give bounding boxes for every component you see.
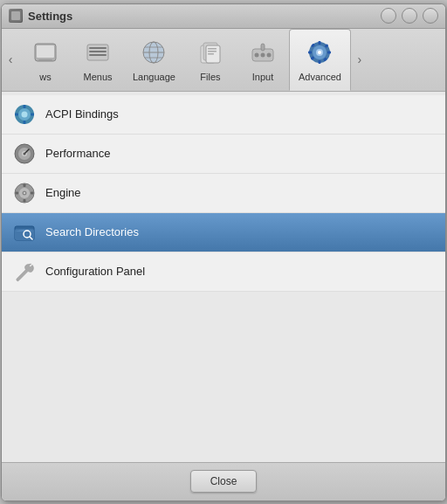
close-button[interactable]: Close — [190, 470, 258, 493]
svg-rect-1 — [11, 11, 20, 20]
list-item-performance[interactable]: Performance — [2, 135, 445, 174]
svg-point-22 — [260, 53, 265, 58]
tab-language-label: Language — [133, 72, 175, 82]
nav-right-button[interactable]: › — [351, 29, 368, 91]
list-item-engine-label: Engine — [45, 186, 80, 199]
svg-rect-32 — [327, 52, 331, 54]
tab-files[interactable]: Files — [184, 29, 237, 91]
window-controls — [381, 8, 438, 24]
svg-rect-53 — [16, 191, 19, 194]
close-window-button[interactable] — [423, 8, 438, 24]
advanced-icon — [304, 37, 335, 68]
acpi-icon — [12, 102, 37, 127]
list-item-config-panel[interactable]: Configuration Panel — [2, 252, 445, 292]
search-dir-icon — [12, 220, 37, 245]
list-item-engine[interactable]: Engine — [2, 174, 445, 213]
list-item-search-dirs-label: Search Directories — [45, 225, 139, 238]
tab-ws[interactable]: ws — [19, 29, 72, 91]
svg-rect-31 — [308, 52, 312, 54]
tab-language[interactable]: Language — [124, 29, 184, 91]
list-item-config-panel-label: Configuration Panel — [45, 265, 145, 278]
toolbar: ‹ ws Menus — [2, 29, 445, 92]
svg-point-39 — [22, 111, 28, 117]
list-item-acpi[interactable]: ACPI Bindings — [2, 95, 445, 135]
window-title: Settings — [28, 10, 381, 23]
ws-icon — [30, 37, 61, 68]
svg-rect-18 — [208, 51, 217, 52]
tab-ws-label: ws — [39, 72, 51, 82]
maximize-button[interactable] — [402, 8, 417, 24]
svg-rect-52 — [24, 199, 26, 203]
list-item-acpi-label: ACPI Bindings — [45, 107, 119, 121]
svg-rect-54 — [31, 191, 34, 194]
svg-rect-4 — [38, 59, 52, 61]
engine-icon — [12, 181, 37, 205]
svg-rect-6 — [89, 47, 107, 49]
tab-menus-label: Menus — [83, 72, 112, 82]
list-item-performance-label: Performance — [45, 147, 110, 160]
svg-rect-42 — [15, 113, 18, 115]
svg-rect-17 — [208, 48, 217, 50]
list-item-search-dirs[interactable]: Search Directories — [2, 213, 445, 252]
nav-left-button[interactable]: ‹ — [2, 29, 19, 91]
tab-advanced-label: Advanced — [299, 72, 341, 82]
svg-rect-41 — [24, 121, 26, 124]
svg-rect-43 — [31, 113, 34, 115]
svg-rect-7 — [89, 51, 107, 52]
tab-input-label: Input — [252, 72, 273, 82]
content-area: ACPI Bindings Performance — [2, 92, 445, 462]
svg-point-23 — [266, 53, 271, 58]
tab-input[interactable]: Input — [237, 29, 289, 91]
svg-rect-24 — [261, 44, 265, 51]
minimize-button[interactable] — [381, 8, 396, 24]
svg-point-56 — [24, 192, 25, 194]
language-icon — [138, 37, 169, 68]
settings-window: Settings ‹ ws — [1, 3, 446, 501]
config-icon — [12, 259, 37, 284]
titlebar-icon — [9, 9, 23, 23]
files-icon — [195, 37, 226, 68]
titlebar: Settings — [2, 4, 445, 29]
bottombar: Close — [2, 462, 445, 501]
svg-rect-51 — [24, 183, 26, 187]
svg-rect-19 — [208, 53, 214, 55]
svg-rect-30 — [319, 60, 321, 64]
svg-point-21 — [254, 53, 258, 58]
svg-rect-8 — [89, 54, 107, 56]
tab-menus[interactable]: Menus — [72, 29, 124, 91]
svg-rect-40 — [24, 105, 26, 108]
svg-point-28 — [318, 51, 321, 54]
svg-rect-3 — [37, 45, 54, 58]
svg-point-48 — [24, 152, 26, 155]
tab-files-label: Files — [200, 72, 220, 82]
input-icon — [247, 37, 279, 68]
menus-icon — [82, 37, 113, 68]
svg-rect-29 — [319, 41, 321, 45]
performance-icon — [12, 142, 37, 166]
tab-advanced[interactable]: Advanced — [289, 29, 351, 91]
